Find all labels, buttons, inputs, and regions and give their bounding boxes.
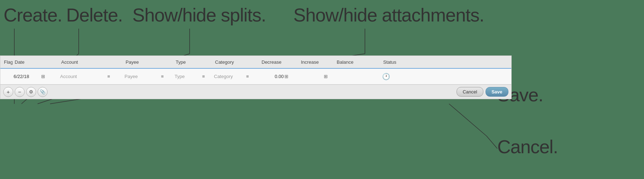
- transaction-table: Flag Date Account Payee Type Category De…: [0, 55, 512, 99]
- account-input[interactable]: [60, 74, 107, 79]
- date-cell: ⊞: [13, 74, 59, 79]
- table-header: Flag Date Account Payee Type Category De…: [0, 56, 511, 69]
- header-status: Status: [381, 59, 406, 65]
- decrease-calc-icon[interactable]: ⊞: [284, 74, 288, 79]
- category-cell: ≡: [213, 74, 259, 79]
- account-menu-icon[interactable]: ≡: [107, 74, 110, 79]
- decrease-cell: ⊞: [259, 74, 299, 79]
- status-clock-icon[interactable]: 🕐: [382, 73, 390, 81]
- payee-menu-icon[interactable]: ≡: [161, 74, 164, 79]
- header-date: Date: [13, 59, 59, 65]
- toolbar-left: + − ⚙ 📎: [3, 87, 48, 97]
- svg-line-8: [487, 136, 497, 149]
- header-balance: Balance: [335, 59, 381, 65]
- increase-cell: ⊞: [299, 74, 335, 79]
- show-hide-attachments-annotation: Show/hide attachments.: [293, 4, 484, 26]
- payee-cell: ≡: [123, 74, 174, 79]
- header-flag: Flag: [2, 59, 13, 65]
- show-hide-splits-annotation: Show/hide splits.: [132, 4, 266, 26]
- category-menu-icon[interactable]: ≡: [246, 74, 249, 79]
- show-attachments-button[interactable]: 📎: [38, 87, 48, 97]
- header-payee: Payee: [123, 59, 174, 65]
- status-cell: 🕐: [381, 73, 406, 81]
- header-category: Category: [213, 59, 259, 65]
- create-annotation: Create.: [4, 4, 62, 26]
- increase-calc-icon[interactable]: ⊞: [324, 74, 328, 79]
- toolbar-row: + − ⚙ 📎 Cancel Save: [0, 84, 511, 99]
- account-cell: ≡: [59, 74, 123, 79]
- header-decrease: Decrease: [259, 59, 299, 65]
- payee-input[interactable]: [125, 74, 160, 79]
- type-cell: ≡: [174, 74, 213, 79]
- cancel-button[interactable]: Cancel: [457, 87, 483, 97]
- svg-line-9: [449, 104, 487, 136]
- save-button[interactable]: Save: [486, 87, 508, 97]
- type-input[interactable]: [175, 74, 201, 79]
- balance-input[interactable]: [336, 74, 375, 79]
- date-input[interactable]: [14, 74, 40, 79]
- delete-annotation: Delete.: [66, 4, 123, 26]
- show-splits-button[interactable]: ⚙: [26, 87, 36, 97]
- add-transaction-button[interactable]: +: [3, 87, 13, 97]
- input-row: ⊞ ≡ ≡ ≡ ≡ ⊞ ⊞: [0, 69, 511, 84]
- balance-cell: [335, 74, 381, 79]
- category-input[interactable]: [214, 74, 245, 79]
- delete-transaction-button[interactable]: −: [15, 87, 25, 97]
- calendar-icon[interactable]: ⊞: [41, 74, 45, 79]
- increase-input[interactable]: [300, 74, 323, 79]
- type-menu-icon[interactable]: ≡: [202, 74, 205, 79]
- header-account: Account: [59, 59, 123, 65]
- cancel-annotation: Cancel.: [497, 136, 558, 158]
- header-type: Type: [174, 59, 213, 65]
- header-increase: Increase: [299, 59, 335, 65]
- decrease-input[interactable]: [260, 74, 284, 79]
- toolbar-right: Cancel Save: [457, 87, 508, 97]
